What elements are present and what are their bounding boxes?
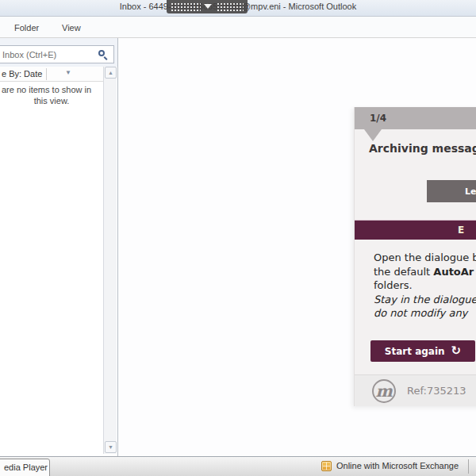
tutorial-title: Archiving messag bbox=[369, 142, 476, 155]
brand-logo: m bbox=[372, 379, 396, 403]
chevron-down-icon[interactable]: ▼ bbox=[65, 69, 71, 76]
ribbon-tab-bar: Folder View bbox=[0, 17, 476, 38]
screen-capture-handle[interactable] bbox=[167, 0, 248, 13]
taskbar-item-media-player[interactable]: edia Player bbox=[0, 459, 50, 476]
start-again-label: Start again bbox=[385, 346, 445, 357]
search-box[interactable] bbox=[0, 45, 114, 63]
tab-folder[interactable]: Folder bbox=[10, 21, 44, 35]
tutorial-panel: 1/4 Archiving messag Le E Open the dialo… bbox=[354, 107, 476, 406]
refresh-icon: ↻ bbox=[451, 345, 462, 357]
search-area bbox=[0, 38, 117, 67]
arrange-by-label: e By: Date bbox=[2, 69, 42, 79]
title-bar: Inbox - 6449-4-0231665509655@mpv.eni - M… bbox=[0, 0, 476, 17]
divider bbox=[46, 68, 47, 80]
arrange-by-header[interactable]: e By: Date ▼ bbox=[0, 67, 103, 82]
exercise-band: E bbox=[355, 220, 476, 240]
reference-number: Ref:735213 bbox=[407, 385, 466, 397]
exchange-icon bbox=[321, 461, 332, 471]
instruction-line: do not modify any bbox=[374, 306, 476, 321]
vertical-scrollbar[interactable]: ▲ ▼ bbox=[103, 67, 117, 454]
connection-status: Online with Microsoft Exchange bbox=[336, 461, 459, 470]
step-counter: 1/4 bbox=[370, 113, 386, 124]
tab-view[interactable]: View bbox=[57, 21, 86, 35]
start-again-button[interactable]: Start again ↻ bbox=[370, 340, 475, 362]
instruction-line: folders. bbox=[374, 278, 476, 293]
scroll-up-button[interactable]: ▲ bbox=[105, 67, 117, 79]
instruction-line: Open the dialogue b bbox=[374, 251, 476, 265]
empty-folder-message: are no items to show in this view. bbox=[0, 84, 103, 106]
dot-grid-icon bbox=[171, 2, 201, 11]
exercise-band-label: E bbox=[458, 225, 464, 236]
scroll-down-button[interactable]: ▼ bbox=[105, 441, 117, 453]
tutorial-footer: m Ref:735213 bbox=[355, 374, 476, 406]
search-input[interactable] bbox=[2, 48, 88, 61]
instruction-line: the default AutoAr bbox=[374, 265, 476, 279]
search-icon[interactable] bbox=[98, 49, 109, 60]
divider bbox=[468, 459, 469, 474]
tutorial-instructions: Open the dialogue b the default AutoAr f… bbox=[374, 251, 476, 321]
lesson-button[interactable]: Le bbox=[427, 180, 476, 202]
inbox-list-pane: e By: Date ▼ are no items to show in thi… bbox=[0, 38, 118, 456]
chevron-down-icon bbox=[204, 4, 212, 9]
dot-grid-icon bbox=[217, 2, 244, 11]
status-bar: edia Player Online with Microsoft Exchan… bbox=[0, 456, 476, 476]
instruction-line: Stay in the dialogue bbox=[374, 293, 476, 307]
speech-tail bbox=[364, 129, 382, 141]
tutorial-step-bar: 1/4 bbox=[355, 107, 476, 129]
